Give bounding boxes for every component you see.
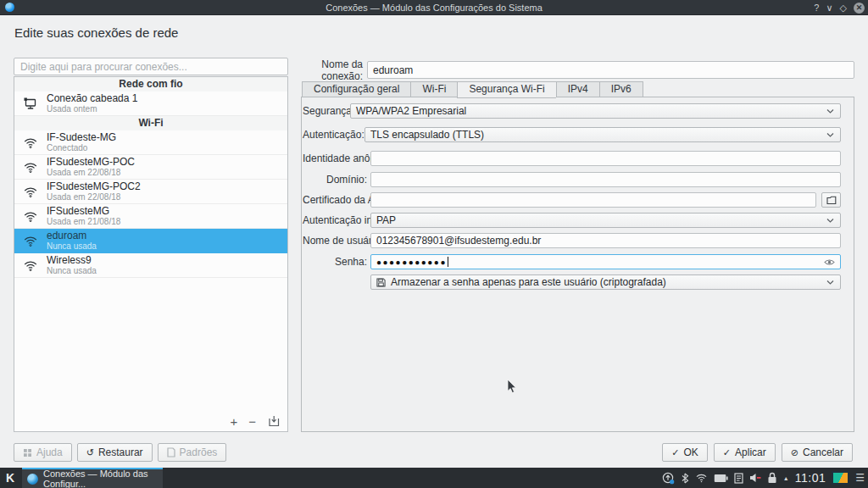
domain-input[interactable] — [370, 172, 841, 187]
defaults-document-icon — [167, 447, 175, 458]
search-input[interactable] — [14, 58, 288, 75]
inner-authentication-select[interactable]: PAP — [370, 213, 841, 228]
tab-wifi-security[interactable]: Segurança Wi-Fi — [457, 81, 555, 98]
help-button[interactable]: Ajuda — [14, 443, 72, 462]
chevron-down-icon — [826, 218, 834, 224]
save-disk-icon — [376, 278, 386, 287]
section-header-wifi: Wi-Fi — [14, 116, 287, 130]
export-connection-icon[interactable] — [267, 414, 281, 428]
cancel-circle-icon: ⊘ — [791, 447, 798, 458]
chevron-down-icon — [826, 132, 834, 138]
battery-tray-icon[interactable] — [714, 474, 728, 483]
updates-tray-icon[interactable] — [662, 472, 675, 485]
panel-menu-icon[interactable]: ☰ — [855, 472, 865, 484]
tray-expander-icon[interactable]: ▲ — [783, 475, 789, 481]
anonymous-identity-input[interactable] — [370, 151, 841, 166]
password-storage-select[interactable]: Armazenar a senha apenas para este usuár… — [370, 274, 841, 290]
connection-name: IFSudesteMG-POC2 — [47, 181, 141, 192]
minimize-icon[interactable]: ∨ — [826, 0, 832, 15]
connection-name: eduroam — [47, 230, 97, 241]
authentication-select[interactable]: TLS encapsulado (TTLS) — [364, 127, 841, 142]
list-item-wifi[interactable]: IFSudesteMG-POC Usada em 22/08/18 — [14, 155, 287, 180]
connection-name: IFSudesteMG — [47, 206, 120, 217]
task-app-icon — [27, 474, 38, 485]
mouse-cursor — [507, 380, 517, 394]
connection-name: IF-Sudeste-MG — [47, 132, 116, 143]
apply-button[interactable]: ✓ Aplicar — [714, 443, 776, 462]
list-item-wifi[interactable]: IFSudesteMG-POC2 Usada em 22/08/18 — [14, 180, 287, 204]
tab-general[interactable]: Configuração geral — [302, 81, 410, 97]
connection-status: Usada em 22/08/18 — [47, 192, 141, 202]
list-item-wifi[interactable]: Wireless9 Nunca usada — [14, 253, 287, 278]
chevron-down-icon — [826, 280, 834, 286]
close-icon[interactable]: ✕ — [854, 3, 865, 14]
help-grid-icon — [23, 448, 32, 458]
connection-status: Nunca usada — [47, 266, 97, 276]
taskbar: K Conexões — Módulo das Configur... — [0, 468, 868, 488]
username-input[interactable] — [370, 233, 841, 248]
anonymous-identity-label: Identidade anônima: — [303, 152, 367, 164]
connection-status: Conectado — [47, 143, 116, 153]
connection-list: Rede com fio Conexão cabeada 1 Usada ont… — [14, 76, 288, 432]
section-header-wired: Rede com fio — [14, 77, 287, 92]
connection-name-input[interactable] — [367, 61, 854, 79]
editor-tabs: Configuração geral Wi-Fi Segurança Wi-Fi… — [302, 81, 643, 97]
authentication-value: TLS encapsulado (TTLS) — [370, 129, 484, 141]
check-icon: ✓ — [671, 447, 679, 458]
maximize-icon[interactable]: ◇ — [840, 0, 847, 15]
task-title: Conexões — Módulo das Configur... — [43, 469, 158, 488]
inner-authentication-value: PAP — [376, 214, 396, 226]
clock[interactable]: 11:01 — [795, 471, 826, 485]
list-item-wifi[interactable]: IFSudesteMG Usada em 21/08/18 — [14, 204, 287, 229]
check-icon: ✓ — [723, 447, 731, 458]
tab-wifi[interactable]: Wi-Fi — [410, 81, 457, 97]
wifi-icon — [23, 233, 38, 248]
tab-ipv4[interactable]: IPv4 — [556, 81, 599, 97]
password-storage-value: Armazenar a senha apenas para este usuár… — [391, 276, 666, 288]
ca-certificate-input[interactable] — [370, 192, 816, 208]
show-password-eye-icon[interactable] — [824, 258, 835, 267]
help-icon[interactable]: ? — [814, 0, 819, 15]
app-launcher-button[interactable]: K — [0, 468, 20, 488]
window-title: Conexões — Módulo das Configurações do S… — [0, 3, 868, 13]
apply-button-label: Aplicar — [735, 446, 766, 458]
list-item-wifi[interactable]: IF-Sudeste-MG Conectado — [14, 130, 287, 155]
browse-certificate-button[interactable] — [821, 192, 841, 208]
list-item-wired[interactable]: Conexão cabeada 1 Usada ontem — [14, 92, 287, 116]
desktop-pager-widget[interactable] — [832, 471, 849, 485]
volume-muted-tray-icon[interactable] — [749, 473, 761, 483]
wifi-icon — [23, 208, 38, 224]
cancel-button[interactable]: ⊘ Cancelar — [782, 443, 853, 462]
password-input[interactable]: ●●●●●●●●●●● — [370, 254, 841, 269]
remove-connection-button[interactable]: − — [248, 415, 256, 428]
connection-name: Conexão cabeada 1 — [47, 93, 137, 104]
username-label: Nome de usuário: — [303, 235, 367, 247]
chevron-down-icon — [826, 108, 834, 114]
password-dots: ●●●●●●●●●●● — [376, 258, 447, 267]
add-connection-button[interactable]: + — [230, 415, 237, 428]
tab-ipv6[interactable]: IPv6 — [599, 81, 643, 97]
defaults-button[interactable]: Padrões — [158, 443, 227, 462]
wifi-tray-icon[interactable] — [695, 473, 708, 483]
page-title: Edite suas conexões de rede — [14, 25, 178, 40]
security-select[interactable]: WPA/WPA2 Empresarial — [350, 103, 841, 119]
clipboard-tray-icon[interactable] — [734, 473, 743, 484]
wifi-icon — [23, 258, 38, 273]
wifi-icon — [23, 184, 38, 199]
security-value: WPA/WPA2 Empresarial — [356, 105, 466, 117]
domain-label: Domínio: — [303, 174, 367, 186]
inner-authentication-label: Autenticação interna: — [303, 214, 367, 226]
help-button-label: Ajuda — [36, 446, 63, 458]
folder-icon — [826, 196, 837, 205]
lock-tray-icon[interactable] — [767, 472, 777, 484]
connection-name-label: Nome da conexão: — [302, 58, 363, 82]
ca-certificate-label: Certificado da AC: — [303, 194, 367, 206]
reset-button[interactable]: ↺ Restaurar — [77, 443, 153, 462]
list-item-wifi-selected[interactable]: eduroam Nunca usada — [14, 229, 287, 253]
undo-icon: ↺ — [86, 447, 94, 458]
cancel-button-label: Cancelar — [803, 446, 843, 458]
bluetooth-tray-icon[interactable] — [681, 473, 689, 484]
connection-status: Nunca usada — [47, 241, 97, 252]
taskbar-task-connections[interactable]: Conexões — Módulo das Configur... — [22, 468, 163, 488]
ok-button[interactable]: ✓ OK — [662, 443, 708, 462]
